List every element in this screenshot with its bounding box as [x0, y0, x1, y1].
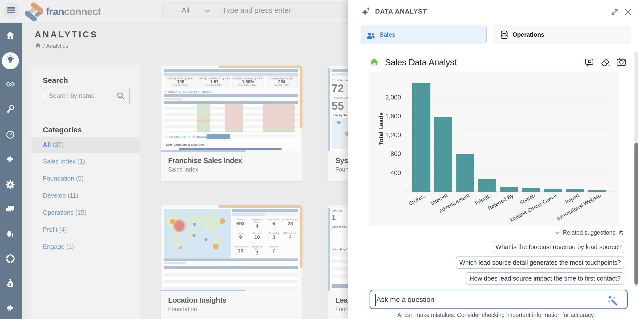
svg-text:Total Leads: Total Leads	[378, 112, 384, 145]
svg-text:800: 800	[390, 150, 401, 157]
svg-text:$: $	[9, 282, 11, 287]
svg-text:400: 400	[390, 169, 401, 176]
svg-text:1,200: 1,200	[385, 131, 401, 138]
svg-text:2,000: 2,000	[385, 94, 401, 101]
svg-text:1,600: 1,600	[385, 113, 401, 120]
